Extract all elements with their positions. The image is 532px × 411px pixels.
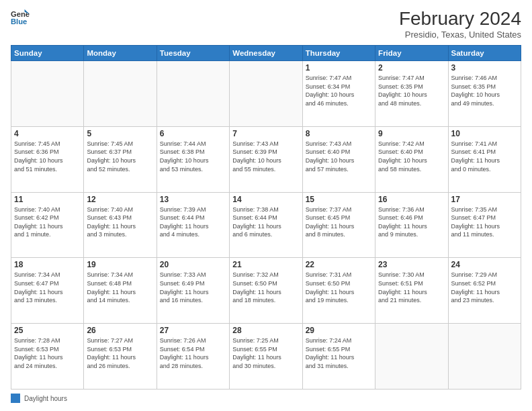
col-header-saturday: Saturday — [448, 46, 521, 61]
day-info: Sunrise: 7:26 AM Sunset: 6:54 PM Dayligh… — [160, 336, 226, 370]
legend-label: Daylight hours — [24, 395, 67, 402]
calendar-cell: 3Sunrise: 7:46 AM Sunset: 6:35 PM Daylig… — [448, 61, 521, 127]
day-number: 14 — [232, 195, 299, 204]
day-info: Sunrise: 7:24 AM Sunset: 6:55 PM Dayligh… — [306, 336, 372, 370]
col-header-monday: Monday — [84, 46, 157, 61]
svg-text:General: General — [11, 10, 30, 18]
calendar-cell: 11Sunrise: 7:40 AM Sunset: 6:42 PM Dayli… — [11, 192, 84, 258]
day-number: 28 — [232, 326, 299, 335]
day-info: Sunrise: 7:38 AM Sunset: 6:44 PM Dayligh… — [232, 205, 299, 239]
calendar-cell: 17Sunrise: 7:35 AM Sunset: 6:47 PM Dayli… — [448, 192, 521, 258]
calendar-cell: 12Sunrise: 7:40 AM Sunset: 6:43 PM Dayli… — [84, 192, 157, 258]
day-number: 23 — [378, 260, 445, 269]
calendar-cell — [230, 61, 302, 127]
day-number: 2 — [378, 63, 445, 73]
day-info: Sunrise: 7:43 AM Sunset: 6:39 PM Dayligh… — [232, 140, 299, 173]
day-number: 6 — [160, 129, 226, 138]
calendar-cell: 25Sunrise: 7:28 AM Sunset: 6:53 PM Dayli… — [11, 324, 84, 390]
day-info: Sunrise: 7:29 AM Sunset: 6:52 PM Dayligh… — [451, 271, 518, 304]
day-number: 21 — [232, 260, 299, 269]
calendar-header-row: SundayMondayTuesdayWednesdayThursdayFrid… — [11, 46, 521, 61]
day-info: Sunrise: 7:45 AM Sunset: 6:37 PM Dayligh… — [87, 140, 153, 173]
footer: Daylight hours — [11, 394, 521, 403]
day-number: 13 — [160, 195, 226, 204]
calendar-cell — [157, 61, 229, 127]
calendar-cell: 22Sunrise: 7:31 AM Sunset: 6:50 PM Dayli… — [302, 258, 375, 324]
col-header-wednesday: Wednesday — [230, 46, 302, 61]
logo: General Blue — [11, 8, 30, 27]
calendar-week-0: 1Sunrise: 7:47 AM Sunset: 6:34 PM Daylig… — [11, 61, 521, 127]
day-info: Sunrise: 7:39 AM Sunset: 6:44 PM Dayligh… — [160, 205, 226, 239]
day-info: Sunrise: 7:47 AM Sunset: 6:34 PM Dayligh… — [306, 74, 372, 107]
page: General Blue February 2024 Presidio, Tex… — [0, 0, 532, 411]
calendar-cell: 28Sunrise: 7:25 AM Sunset: 6:55 PM Dayli… — [230, 324, 302, 390]
day-info: Sunrise: 7:36 AM Sunset: 6:46 PM Dayligh… — [378, 205, 445, 239]
day-number: 20 — [160, 260, 226, 269]
day-info: Sunrise: 7:32 AM Sunset: 6:50 PM Dayligh… — [232, 271, 299, 304]
day-number: 8 — [306, 129, 372, 138]
logo-icon: General Blue — [11, 8, 30, 27]
calendar-cell — [84, 61, 157, 127]
day-info: Sunrise: 7:45 AM Sunset: 6:36 PM Dayligh… — [14, 140, 81, 173]
day-number: 5 — [87, 129, 153, 138]
calendar-cell — [448, 324, 521, 390]
calendar-cell — [11, 61, 84, 127]
day-number: 15 — [306, 195, 372, 204]
calendar-cell: 21Sunrise: 7:32 AM Sunset: 6:50 PM Dayli… — [230, 258, 302, 324]
calendar-week-2: 11Sunrise: 7:40 AM Sunset: 6:42 PM Dayli… — [11, 192, 521, 258]
day-info: Sunrise: 7:34 AM Sunset: 6:48 PM Dayligh… — [87, 271, 153, 304]
calendar-cell: 4Sunrise: 7:45 AM Sunset: 6:36 PM Daylig… — [11, 126, 84, 192]
day-info: Sunrise: 7:40 AM Sunset: 6:43 PM Dayligh… — [87, 205, 153, 239]
day-info: Sunrise: 7:41 AM Sunset: 6:41 PM Dayligh… — [451, 140, 518, 173]
day-number: 27 — [160, 326, 226, 335]
svg-text:Blue: Blue — [11, 17, 27, 26]
day-number: 16 — [378, 195, 445, 204]
day-info: Sunrise: 7:33 AM Sunset: 6:49 PM Dayligh… — [160, 271, 226, 304]
calendar-cell: 10Sunrise: 7:41 AM Sunset: 6:41 PM Dayli… — [448, 126, 521, 192]
day-info: Sunrise: 7:35 AM Sunset: 6:47 PM Dayligh… — [451, 205, 518, 239]
day-info: Sunrise: 7:43 AM Sunset: 6:40 PM Dayligh… — [306, 140, 372, 173]
calendar-cell: 27Sunrise: 7:26 AM Sunset: 6:54 PM Dayli… — [157, 324, 229, 390]
calendar-cell: 9Sunrise: 7:42 AM Sunset: 6:40 PM Daylig… — [375, 126, 448, 192]
day-info: Sunrise: 7:25 AM Sunset: 6:55 PM Dayligh… — [232, 336, 299, 370]
calendar-cell: 19Sunrise: 7:34 AM Sunset: 6:48 PM Dayli… — [84, 258, 157, 324]
day-number: 7 — [232, 129, 299, 138]
calendar-cell: 20Sunrise: 7:33 AM Sunset: 6:49 PM Dayli… — [157, 258, 229, 324]
day-number: 17 — [451, 195, 518, 204]
day-info: Sunrise: 7:42 AM Sunset: 6:40 PM Dayligh… — [378, 140, 445, 173]
calendar-cell: 14Sunrise: 7:38 AM Sunset: 6:44 PM Dayli… — [230, 192, 302, 258]
col-header-thursday: Thursday — [302, 46, 375, 61]
day-number: 25 — [14, 326, 81, 335]
day-info: Sunrise: 7:40 AM Sunset: 6:42 PM Dayligh… — [14, 205, 81, 239]
day-info: Sunrise: 7:47 AM Sunset: 6:35 PM Dayligh… — [378, 74, 445, 107]
calendar-cell: 2Sunrise: 7:47 AM Sunset: 6:35 PM Daylig… — [375, 61, 448, 127]
calendar-cell: 24Sunrise: 7:29 AM Sunset: 6:52 PM Dayli… — [448, 258, 521, 324]
day-number: 22 — [306, 260, 372, 269]
calendar-cell — [375, 324, 448, 390]
day-number: 29 — [306, 326, 372, 335]
day-number: 4 — [14, 129, 81, 138]
calendar-cell: 5Sunrise: 7:45 AM Sunset: 6:37 PM Daylig… — [84, 126, 157, 192]
location: Presidio, Texas, United States — [399, 30, 521, 40]
header: General Blue February 2024 Presidio, Tex… — [11, 8, 521, 40]
day-info: Sunrise: 7:28 AM Sunset: 6:53 PM Dayligh… — [14, 336, 81, 370]
col-header-tuesday: Tuesday — [157, 46, 229, 61]
calendar-cell: 1Sunrise: 7:47 AM Sunset: 6:34 PM Daylig… — [302, 61, 375, 127]
col-header-sunday: Sunday — [11, 46, 84, 61]
day-info: Sunrise: 7:37 AM Sunset: 6:45 PM Dayligh… — [306, 205, 372, 239]
col-header-friday: Friday — [375, 46, 448, 61]
day-number: 18 — [14, 260, 81, 269]
day-number: 11 — [14, 195, 81, 204]
day-info: Sunrise: 7:30 AM Sunset: 6:51 PM Dayligh… — [378, 271, 445, 304]
day-number: 3 — [451, 63, 518, 73]
calendar-table: SundayMondayTuesdayWednesdayThursdayFrid… — [11, 45, 521, 390]
calendar-cell: 6Sunrise: 7:44 AM Sunset: 6:38 PM Daylig… — [157, 126, 229, 192]
legend-box — [11, 394, 20, 403]
day-number: 19 — [87, 260, 153, 269]
calendar-cell: 8Sunrise: 7:43 AM Sunset: 6:40 PM Daylig… — [302, 126, 375, 192]
calendar-week-1: 4Sunrise: 7:45 AM Sunset: 6:36 PM Daylig… — [11, 126, 521, 192]
title-block: February 2024 Presidio, Texas, United St… — [399, 8, 521, 40]
day-number: 12 — [87, 195, 153, 204]
calendar-week-4: 25Sunrise: 7:28 AM Sunset: 6:53 PM Dayli… — [11, 324, 521, 390]
day-info: Sunrise: 7:27 AM Sunset: 6:53 PM Dayligh… — [87, 336, 153, 370]
